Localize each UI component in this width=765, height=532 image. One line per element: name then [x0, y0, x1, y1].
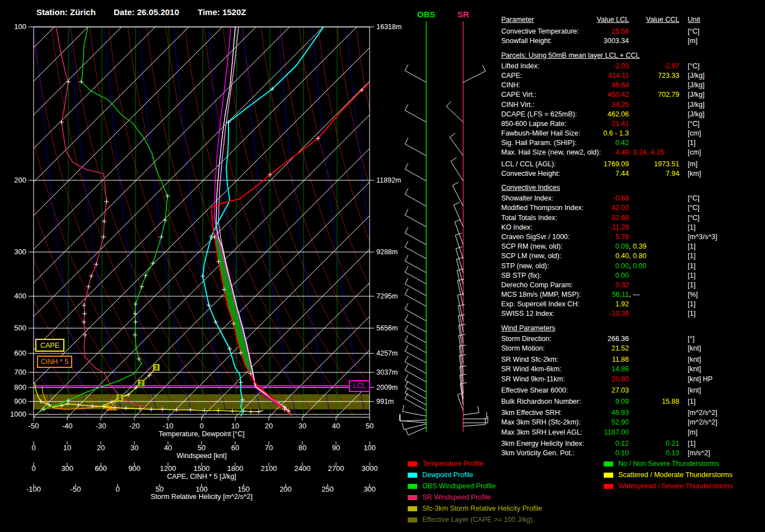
svg-text:2700: 2700 — [328, 464, 344, 473]
svg-text:9288m: 9288m — [376, 248, 398, 256]
sr-barb-column: SR — [446, 10, 488, 432]
section-title: Convective Indices — [501, 183, 762, 193]
svg-text:7295m: 7295m — [376, 292, 398, 300]
profiles — [35, 27, 370, 416]
table-row: Exp. Supercell Index CH:1.92[1] — [501, 300, 762, 309]
svg-text:1000: 1000 — [10, 410, 26, 418]
legend-swatch-icon — [408, 484, 417, 489]
table-row: SWISS 12 Index:-10.36[1] — [501, 309, 762, 319]
table-row: CAPE:414.11723.33[J/kg] — [501, 71, 762, 81]
legend-item: Scattered / Moderate Thunderstorms — [604, 469, 733, 480]
svg-text:3000: 3000 — [362, 464, 378, 473]
table-row: STP (new, old):0.00, 0.00[1] — [501, 262, 762, 271]
svg-text:40: 40 — [332, 422, 340, 430]
table-row: SR Wind 9km-11km:20.80[knt] HP — [501, 375, 762, 384]
table-row: Convective Height:7.447.94[km] — [501, 169, 762, 179]
table-row: Max 3km SRH Level AGL:1187.00[m] — [501, 428, 762, 437]
svg-text:40: 40 — [164, 444, 172, 452]
table-row: Modified Thompson Index:42.02[°C] — [501, 203, 762, 213]
svg-text:80: 80 — [298, 444, 306, 452]
svg-text:-20: -20 — [129, 422, 140, 430]
svg-text:-40: -40 — [62, 422, 73, 430]
legend-swatch-icon — [408, 506, 417, 511]
svg-text:600: 600 — [14, 349, 26, 357]
sounding-app: { "header": { "station_label": "Station:… — [0, 0, 765, 532]
svg-text:LCL: LCL — [353, 382, 366, 390]
svg-text:250: 250 — [321, 485, 334, 493]
svg-text:CAPE, CINH * 5 [J/kg]: CAPE, CINH * 5 [J/kg] — [167, 473, 236, 480]
table-row: DCAPE (LFS = 625mB):462.06[J/kg] — [501, 110, 762, 119]
table-row: SR Wind Sfc-2km:11.86[knt] — [501, 355, 762, 365]
svg-text:70: 70 — [265, 444, 273, 452]
table-row: MCS 18m/s (MMP, MSP):56.11, ---[%] — [501, 290, 762, 300]
svg-text:2009m: 2009m — [376, 384, 398, 391]
svg-text:50: 50 — [198, 444, 206, 452]
svg-text:11892m: 11892m — [376, 176, 401, 184]
section-title: Wind Parameters — [501, 324, 762, 333]
svg-text:300: 300 — [363, 485, 376, 493]
legend-swatch-icon — [604, 473, 613, 478]
svg-text:1: 1 — [118, 395, 122, 401]
skewt-chart: 10016318m20011892m3009288m4007295m500565… — [0, 0, 498, 532]
svg-text:20: 20 — [97, 444, 105, 452]
table-row: SB STP (fix):0.00[1] — [501, 271, 762, 281]
legend-swatch-icon — [604, 461, 613, 466]
svg-text:3037m: 3037m — [376, 368, 398, 376]
svg-text:800: 800 — [14, 383, 26, 391]
svg-text:30: 30 — [130, 444, 138, 452]
svg-text:0: 0 — [31, 464, 35, 473]
table-row: KO Index:-11.28[1] — [501, 223, 762, 232]
svg-text:20: 20 — [265, 422, 273, 430]
svg-text:-30: -30 — [96, 422, 106, 430]
svg-text:900: 900 — [14, 397, 26, 405]
svg-text:100: 100 — [363, 444, 376, 452]
svg-text:0: 0 — [31, 444, 35, 452]
table-row: Effective Shear 6000:27.03[knt] — [501, 386, 762, 395]
table-row: Sig. Hail Param. (SHIP):0.42[1] — [501, 138, 762, 148]
svg-text:90: 90 — [332, 444, 340, 452]
srh-level-marker: 3 — [153, 364, 160, 371]
parcel-white-profile — [216, 27, 291, 413]
svg-text:2100: 2100 — [261, 464, 277, 473]
bottom-axes: -50-40-30-20-1001020304050Temperature, D… — [26, 417, 377, 501]
table-row: Storm Motion:21.52[knt] — [501, 344, 762, 353]
table-row: 3km Vorticity Gen. Pot.:0.100.13[m/s^2] — [501, 449, 762, 458]
svg-text:1200: 1200 — [160, 464, 176, 473]
svg-text:300: 300 — [14, 248, 26, 256]
parameter-table: ParameterValue LCLValue CCLUnitConvectiv… — [501, 15, 762, 458]
svg-text:-100: -100 — [26, 485, 41, 493]
svg-text:1800: 1800 — [227, 464, 244, 473]
svg-text:Temperature, Dewpoint [°C]: Temperature, Dewpoint [°C] — [158, 430, 245, 438]
svg-text:30: 30 — [298, 422, 306, 430]
table-row: 3km Effective SRH:46.93[m^2/s^2] — [501, 408, 762, 418]
cape-label-box: CAPE — [36, 339, 64, 351]
table-row: SCP RM (new, old):0.09, 0.39[1] — [501, 242, 762, 251]
svg-text:50: 50 — [156, 485, 164, 493]
legend-swatch-icon — [408, 495, 417, 500]
svg-text:-50: -50 — [71, 485, 81, 493]
section-title: Parcels: Using 50mB mean layer LCL + CCL — [501, 51, 762, 60]
svg-text:10: 10 — [231, 422, 239, 430]
svg-text:16318m: 16318m — [376, 23, 402, 31]
svg-text:-50: -50 — [29, 422, 39, 430]
table-row: Lifted Index:-2.03-2.97[°C] — [501, 62, 762, 71]
table-row: CINH:46.64[J/kg] — [501, 81, 762, 90]
svg-text:SR: SR — [458, 10, 469, 19]
legend-swatch-icon — [408, 517, 417, 522]
svg-text:Windspeed [knt]: Windspeed [knt] — [176, 452, 227, 460]
svg-text:200: 200 — [14, 176, 26, 184]
svg-text:100: 100 — [195, 485, 208, 493]
svg-text:700: 700 — [14, 368, 26, 376]
cinh-label-box: CINH * 5 — [38, 356, 72, 367]
legend-item: OBS Windspeed Profile — [408, 480, 542, 492]
table-row: CINH Virt.:34.25[J/kg] — [501, 100, 762, 110]
legend-swatch-icon — [408, 473, 417, 478]
srh-level-marker: 1 — [116, 394, 123, 401]
severity-legend: No / Non Severe ThunderstormsScattered /… — [604, 458, 733, 492]
svg-text:CINH * 5: CINH * 5 — [41, 358, 68, 366]
table-row: Bulk Richardson Number:9.0915.88[1] — [501, 397, 762, 407]
svg-text:1500: 1500 — [194, 464, 210, 473]
svg-text:991m: 991m — [376, 398, 394, 405]
svg-text:50: 50 — [366, 422, 374, 430]
legend-item: SR Windspeed Profile — [408, 492, 542, 503]
